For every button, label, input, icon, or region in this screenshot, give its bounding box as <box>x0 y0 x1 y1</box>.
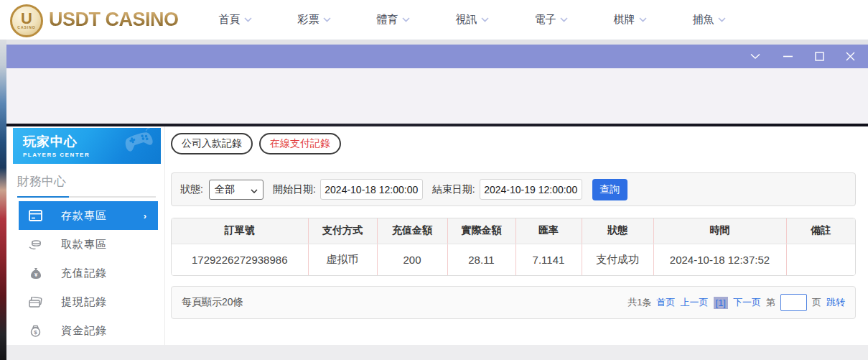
sidebar-item-withdrawal-record[interactable]: 提現記錄 <box>19 287 158 316</box>
site-header: U CASINO USDT CASINO 首頁 彩票 體育 視訊 電子 棋牌 <box>0 0 868 40</box>
col-actual-amount: 實際金額 <box>447 218 515 244</box>
usdt-logo-icon: U CASINO <box>10 4 43 37</box>
background-page-strip <box>0 40 6 360</box>
chevron-down-icon <box>481 17 489 22</box>
chevron-right-icon: › <box>144 211 146 221</box>
current-page-indicator: [1] <box>714 297 728 309</box>
minimize-icon[interactable] <box>783 55 793 57</box>
first-page-link[interactable]: 首页 <box>657 296 676 309</box>
moneybag-icon: ¥ <box>29 267 42 280</box>
search-button[interactable]: 查詢 <box>592 179 627 200</box>
cell-remark <box>786 244 855 275</box>
col-amount: 充值金額 <box>377 218 447 244</box>
cell-status: 支付成功 <box>582 244 653 275</box>
coin-purse-icon: $ <box>29 325 42 337</box>
brand-logo[interactable]: U CASINO USDT CASINO <box>10 3 179 37</box>
nav-item-fishing[interactable]: 捕魚 <box>693 13 726 27</box>
payment-records-table: 訂單號 支付方式 充值金額 實際金額 匯率 狀態 時間 備註 172922627 <box>171 218 856 276</box>
header-divider-band <box>6 40 868 45</box>
status-select[interactable]: 全部 <box>209 180 263 200</box>
svg-text:$: $ <box>34 329 37 336</box>
record-tabs: 公司入款記錄 在線支付記錄 <box>171 133 856 154</box>
sidebar-menu: 存款專區 › 取款專區 ¥ 充值記錄 <box>6 201 164 345</box>
cell-pay-method: 虚拟币 <box>308 244 377 275</box>
window-blank-zone <box>6 68 868 124</box>
window-content: 玩家中心 PLAYERS CENTER 財務中心 <box>6 126 868 345</box>
withdraw-hand-icon <box>29 239 42 250</box>
nav-item-video[interactable]: 視訊 <box>456 13 489 27</box>
status-select-value: 全部 <box>215 183 235 196</box>
cell-actual-amount: 28.11 <box>447 244 515 275</box>
nav-item-sports[interactable]: 體育 <box>377 13 410 27</box>
cell-time: 2024-10-18 12:37:52 <box>653 244 786 275</box>
maximize-icon[interactable] <box>815 52 824 61</box>
brand-name: USDT CASINO <box>49 9 179 31</box>
cell-order-no: 1729226272938986 <box>172 244 308 275</box>
sidebar-section-underline <box>17 196 156 198</box>
nav-label: 彩票 <box>298 13 319 27</box>
tab-company-deposit-record[interactable]: 公司入款記錄 <box>171 133 253 154</box>
chevron-down-icon <box>639 17 647 22</box>
chevron-down-icon <box>244 17 252 22</box>
nav-label: 棋牌 <box>614 13 635 27</box>
table-header-row: 訂單號 支付方式 充值金額 實際金額 匯率 狀態 時間 備註 <box>172 218 855 244</box>
sidebar-item-withdraw[interactable]: 取款專區 <box>19 230 158 259</box>
window-titlebar <box>6 45 868 68</box>
pagination-bar: 每頁顯示20條 共1条 首页 上一页 [1] 下一页 第 页 跳转 <box>171 286 856 319</box>
start-date-input[interactable] <box>320 179 423 200</box>
table-row: 1729226272938986 虚拟币 200 28.11 7.1141 支付… <box>172 244 855 275</box>
filter-bar: 狀態: 全部 開始日期: 結束日期: 查詢 <box>171 172 856 206</box>
records-main-panel: 公司入款記錄 在線支付記錄 狀態: 全部 開始日期: 結束日期: 查詢 <box>165 126 868 345</box>
logo-small-text: CASINO <box>17 25 35 29</box>
nav-label: 電子 <box>535 13 556 27</box>
page-size-text: 每頁顯示20條 <box>182 296 243 309</box>
chevron-down-icon <box>560 17 568 22</box>
player-center-sidebar: 玩家中心 PLAYERS CENTER 財務中心 <box>6 126 165 345</box>
col-remark: 備註 <box>786 218 855 244</box>
select-chevron-icon <box>251 184 258 195</box>
jump-label-pre: 第 <box>766 296 775 309</box>
tab-online-payment-record[interactable]: 在線支付記錄 <box>259 133 341 154</box>
nav-item-slots[interactable]: 電子 <box>535 13 568 27</box>
chevron-down-icon <box>402 17 410 22</box>
sidebar-item-funds-record[interactable]: $ 資金記錄 <box>19 316 158 345</box>
deposit-card-icon <box>29 210 42 221</box>
sidebar-item-deposit[interactable]: 存款專區 › <box>19 201 158 230</box>
cell-rate: 7.1141 <box>515 244 582 275</box>
nav-label: 視訊 <box>456 13 477 27</box>
wallet-icon <box>29 297 42 308</box>
jump-page-input[interactable] <box>780 294 807 311</box>
chevron-down-icon <box>718 17 726 22</box>
close-icon[interactable] <box>846 52 855 61</box>
col-order-no: 訂單號 <box>172 218 308 244</box>
collapse-icon[interactable] <box>750 53 761 60</box>
nav-item-chess[interactable]: 棋牌 <box>614 13 647 27</box>
nav-item-lottery[interactable]: 彩票 <box>298 13 331 27</box>
main-nav: 首頁 彩票 體育 視訊 電子 棋牌 捕魚 <box>219 13 726 27</box>
logo-letter: U <box>21 12 32 25</box>
sidebar-item-label: 存款專區 <box>61 209 107 223</box>
col-rate: 匯率 <box>515 218 582 244</box>
chevron-down-icon <box>323 17 331 22</box>
nav-label: 體育 <box>377 13 398 27</box>
jump-label-post: 页 <box>812 296 821 309</box>
sidebar-item-recharge-record[interactable]: ¥ 充值記錄 <box>19 259 158 287</box>
start-date-label: 開始日期: <box>273 183 316 196</box>
window-footer-strip <box>6 345 868 360</box>
end-date-input[interactable] <box>480 179 582 200</box>
col-time: 時間 <box>653 218 786 244</box>
next-page-link[interactable]: 下一页 <box>733 296 761 309</box>
total-count-text: 共1条 <box>627 296 651 309</box>
sidebar-item-label: 取款專區 <box>61 238 107 251</box>
cell-amount: 200 <box>377 244 447 275</box>
nav-label: 首頁 <box>219 13 241 27</box>
col-status: 狀態 <box>582 218 653 244</box>
jump-go-link[interactable]: 跳转 <box>826 296 845 309</box>
sidebar-item-label: 充值記錄 <box>61 267 107 280</box>
pagination-controls: 共1条 首页 上一页 [1] 下一页 第 页 跳转 <box>627 294 845 311</box>
sidebar-item-label: 提現記錄 <box>61 295 107 309</box>
nav-item-home[interactable]: 首頁 <box>219 13 252 27</box>
col-pay-method: 支付方式 <box>308 218 377 244</box>
prev-page-link[interactable]: 上一页 <box>681 296 709 309</box>
sidebar-item-label: 資金記錄 <box>61 324 107 338</box>
